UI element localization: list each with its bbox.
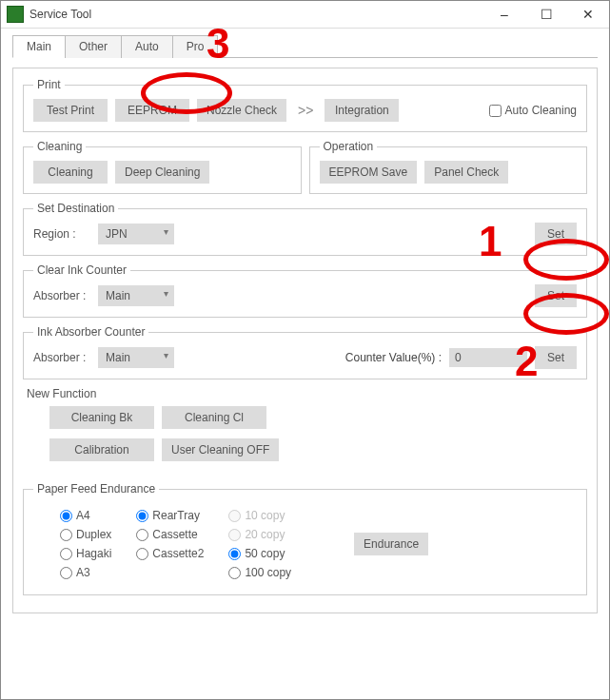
- deep-cleaning-button[interactable]: Deep Cleaning: [115, 161, 209, 184]
- arrow-icon: >>: [294, 103, 317, 118]
- panel-check-button[interactable]: Panel Check: [424, 161, 508, 184]
- nozzle-check-button[interactable]: Nozzle Check: [197, 99, 286, 122]
- calibration-button[interactable]: Calibration: [49, 438, 154, 461]
- tab-auto[interactable]: Auto: [121, 35, 173, 58]
- radio-20copy[interactable]: 20 copy: [228, 528, 291, 541]
- print-group: Print Test Print EEPROM Nozzle Check >> …: [23, 78, 587, 132]
- radio-50copy[interactable]: 50 copy: [228, 547, 291, 560]
- radio-reartray[interactable]: RearTray: [136, 509, 204, 522]
- window-title: Service Tool: [30, 8, 483, 21]
- copies-column: 10 copy 20 copy 50 copy 100 copy: [228, 509, 291, 579]
- tab-strip: Main Other Auto Pro: [12, 34, 598, 58]
- paper-size-column: A4 Duplex Hagaki A3: [60, 509, 111, 579]
- main-panel: Print Test Print EEPROM Nozzle Check >> …: [12, 68, 598, 613]
- radio-a4[interactable]: A4: [60, 509, 111, 522]
- app-window: Service Tool – ☐ ✕ Main Other Auto Pro P…: [0, 0, 610, 700]
- print-legend: Print: [33, 78, 65, 91]
- app-icon: [7, 6, 24, 23]
- clear-ink-group: Clear Ink Counter Absorber : Main Set: [23, 263, 587, 318]
- integration-button[interactable]: Integration: [325, 99, 399, 122]
- auto-cleaning-label: Auto Cleaning: [505, 104, 577, 117]
- cleaning-cl-button[interactable]: Cleaning Cl: [162, 406, 266, 429]
- cleaning-group: Cleaning Cleaning Deep Cleaning: [23, 140, 302, 194]
- eeprom-save-button[interactable]: EEPROM Save: [320, 161, 418, 184]
- minimize-button[interactable]: –: [483, 1, 525, 28]
- ink-absorber-legend: Ink Absorber Counter: [33, 325, 148, 339]
- ink-absorber-label: Absorber :: [33, 351, 90, 364]
- maximize-button[interactable]: ☐: [525, 1, 567, 28]
- ink-absorber-set-button[interactable]: Set: [535, 346, 577, 369]
- radio-hagaki[interactable]: Hagaki: [60, 547, 111, 560]
- radio-duplex[interactable]: Duplex: [60, 528, 111, 541]
- auto-cleaning-checkbox[interactable]: Auto Cleaning: [489, 104, 577, 117]
- radio-cassette[interactable]: Cassette: [136, 528, 204, 541]
- cleaning-bk-button[interactable]: Cleaning Bk: [49, 406, 154, 429]
- counter-value-input[interactable]: [449, 348, 527, 367]
- tray-column: RearTray Cassette Cassette2: [136, 509, 204, 579]
- titlebar: Service Tool – ☐ ✕: [1, 1, 609, 29]
- endurance-button[interactable]: Endurance: [354, 533, 428, 555]
- auto-cleaning-input[interactable]: [489, 105, 502, 117]
- new-function-group: New Function Cleaning Bk Cleaning Cl Cal…: [23, 387, 587, 475]
- tab-other[interactable]: Other: [65, 35, 122, 58]
- window-controls: – ☐ ✕: [483, 1, 609, 28]
- tab-pro[interactable]: Pro: [172, 35, 219, 58]
- test-print-button[interactable]: Test Print: [33, 99, 108, 122]
- cleaning-legend: Cleaning: [33, 140, 86, 153]
- region-label: Region :: [33, 227, 90, 241]
- ink-absorber-group: Ink Absorber Counter Absorber : Main Cou…: [23, 325, 587, 379]
- operation-legend: Operation: [320, 140, 378, 153]
- clear-ink-absorber-select[interactable]: Main: [98, 285, 174, 306]
- clear-ink-set-button[interactable]: Set: [535, 284, 577, 307]
- radio-10copy[interactable]: 10 copy: [228, 509, 291, 522]
- radio-100copy[interactable]: 100 copy: [228, 566, 291, 579]
- set-destination-set-button[interactable]: Set: [535, 223, 577, 245]
- client-area: Main Other Auto Pro Print Test Print EEP…: [1, 29, 609, 625]
- clear-ink-absorber-label: Absorber :: [33, 289, 90, 302]
- new-function-title: New Function: [27, 387, 583, 400]
- radio-cassette2[interactable]: Cassette2: [136, 547, 204, 560]
- set-destination-legend: Set Destination: [33, 202, 118, 215]
- close-button[interactable]: ✕: [567, 1, 609, 28]
- set-destination-group: Set Destination Region : JPN Set: [23, 202, 587, 256]
- counter-value-label: Counter Value(%) :: [345, 351, 442, 364]
- ink-absorber-select[interactable]: Main: [98, 347, 174, 368]
- paper-feed-group: Paper Feed Endurance A4 Duplex Hagaki A3…: [23, 482, 587, 595]
- user-cleaning-off-button[interactable]: User Cleaning OFF: [162, 438, 279, 461]
- radio-a3[interactable]: A3: [60, 566, 111, 579]
- paper-feed-legend: Paper Feed Endurance: [33, 482, 159, 496]
- region-select[interactable]: JPN: [98, 224, 174, 244]
- tab-main[interactable]: Main: [12, 35, 66, 58]
- eeprom-button[interactable]: EEPROM: [115, 99, 189, 122]
- operation-group: Operation EEPROM Save Panel Check: [309, 140, 588, 194]
- clear-ink-legend: Clear Ink Counter: [33, 263, 130, 277]
- cleaning-button[interactable]: Cleaning: [33, 161, 108, 184]
